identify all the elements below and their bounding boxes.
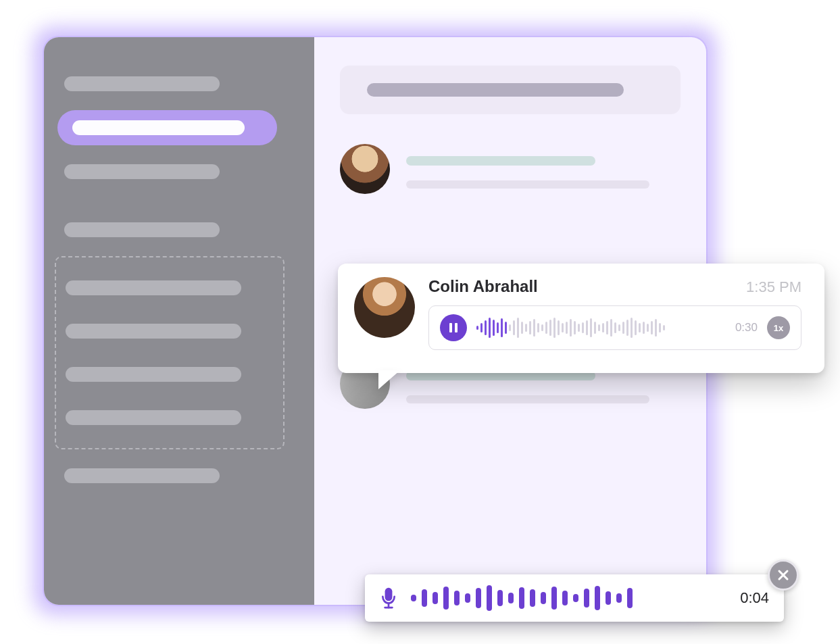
- pause-icon: [449, 323, 458, 332]
- sidebar-item-active[interactable]: [57, 110, 277, 145]
- message-row: [340, 144, 681, 194]
- sidebar-group: [55, 256, 285, 449]
- avatar[interactable]: [354, 277, 415, 338]
- sidebar-item[interactable]: [64, 222, 220, 237]
- sidebar-item[interactable]: [64, 468, 220, 483]
- voice-message-card: Colin Abrahall 1:35 PM 0:30 1x: [338, 264, 824, 373]
- svg-rect-0: [385, 588, 393, 601]
- recording-waveform: [411, 585, 726, 612]
- sidebar-item[interactable]: [64, 164, 220, 179]
- sidebar-item[interactable]: [66, 324, 241, 339]
- recording-elapsed: 0:04: [740, 589, 769, 607]
- audio-waveform[interactable]: [476, 316, 726, 340]
- message-body: [406, 144, 681, 189]
- message-timestamp: 1:35 PM: [746, 278, 801, 296]
- message-line-placeholder: [406, 395, 649, 403]
- message-line-placeholder: [406, 180, 649, 189]
- close-recording-button[interactable]: [768, 560, 799, 591]
- sidebar-item-active-inner: [72, 120, 245, 135]
- microphone-icon[interactable]: [380, 586, 397, 610]
- audio-duration: 0:30: [735, 321, 758, 335]
- avatar[interactable]: [340, 144, 390, 194]
- playback-speed-button[interactable]: 1x: [767, 316, 790, 339]
- close-icon: [776, 568, 790, 582]
- sidebar-item[interactable]: [66, 410, 241, 425]
- sidebar: [44, 37, 314, 605]
- channel-title-placeholder: [367, 83, 624, 97]
- pause-button[interactable]: [440, 314, 467, 341]
- sender-name: Colin Abrahall: [428, 277, 538, 296]
- sidebar-item[interactable]: [66, 280, 241, 295]
- recording-bar: 0:04: [365, 574, 784, 622]
- sidebar-item[interactable]: [66, 367, 241, 382]
- sidebar-item[interactable]: [64, 76, 220, 91]
- audio-player: 0:30 1x: [428, 305, 801, 350]
- message-line-placeholder: [406, 156, 595, 166]
- channel-header: [340, 66, 681, 114]
